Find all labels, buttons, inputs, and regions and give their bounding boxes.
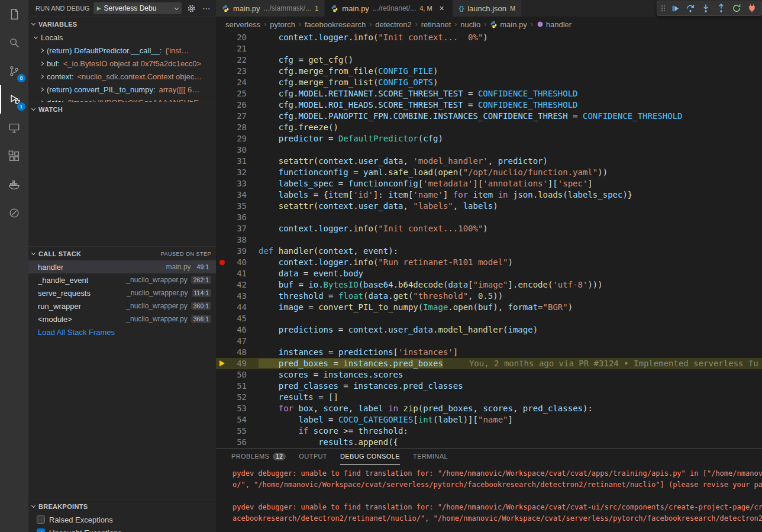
code-line[interactable]: 28 cfg.freeze() bbox=[216, 122, 762, 133]
glyph-margin[interactable] bbox=[216, 369, 229, 381]
code-line[interactable]: 56 results.append({ bbox=[216, 437, 762, 448]
step-out-button[interactable] bbox=[714, 1, 728, 15]
code-line[interactable]: 22 cfg = get_cfg() bbox=[216, 54, 762, 66]
activity-item-docker[interactable] bbox=[0, 170, 28, 199]
code-line[interactable]: 43 threshold = float(data.get("threshold… bbox=[216, 291, 762, 302]
checkbox[interactable]: ✓ bbox=[37, 528, 45, 532]
activity-item-debug[interactable]: 1 bbox=[0, 85, 28, 114]
code-line[interactable]: 21 bbox=[216, 43, 762, 54]
code-line[interactable]: 36 bbox=[216, 212, 762, 223]
glyph-margin[interactable] bbox=[216, 144, 229, 156]
code-line[interactable]: 33 labels_spec = functionconfig['metadat… bbox=[216, 178, 762, 189]
breadcrumb-item[interactable]: nuclio bbox=[460, 20, 480, 29]
code-line[interactable]: 53 for box, score, label in zip(pred_box… bbox=[216, 403, 762, 414]
breadcrumb-item[interactable]: serverless bbox=[225, 20, 260, 29]
code-line[interactable]: 39def handler(context, event): bbox=[216, 246, 762, 257]
editor-tab[interactable]: main.py.../siammask/...1 bbox=[216, 0, 325, 17]
glyph-margin[interactable] bbox=[216, 167, 229, 178]
stack-frame[interactable]: run_wrapper_nuclio_wrapper.py360:1 bbox=[28, 299, 216, 312]
glyph-margin[interactable] bbox=[216, 77, 229, 88]
code-line[interactable]: 24 cfg.merge_from_list(CONFIG_OPTS) bbox=[216, 77, 762, 88]
glyph-margin[interactable] bbox=[216, 291, 229, 302]
breadcrumb-item[interactable]: main.py bbox=[490, 20, 527, 29]
code-line[interactable]: 31 setattr(context.user_data, 'model_han… bbox=[216, 156, 762, 167]
breadcrumb-item[interactable]: facebookresearch bbox=[305, 20, 366, 29]
glyph-margin[interactable] bbox=[216, 403, 229, 414]
code-line[interactable]: 42 buf = io.BytesIO(base64.b64decode(dat… bbox=[216, 279, 762, 291]
code-line[interactable]: 47 bbox=[216, 336, 762, 347]
code-line[interactable]: 52 results = [] bbox=[216, 392, 762, 403]
glyph-margin[interactable] bbox=[216, 156, 229, 167]
glyph-margin[interactable] bbox=[216, 122, 229, 133]
glyph-margin[interactable] bbox=[216, 223, 229, 234]
glyph-margin[interactable] bbox=[216, 133, 229, 144]
glyph-margin[interactable] bbox=[216, 392, 229, 403]
scope-locals[interactable]: Locals bbox=[28, 31, 216, 44]
breakpoint-glyph[interactable] bbox=[216, 257, 229, 268]
stack-frame[interactable]: <module>_nuclio_wrapper.py366:1 bbox=[28, 312, 216, 325]
code-line[interactable]: 49 pred_boxes = instances.pred_boxesYou,… bbox=[216, 358, 762, 369]
panel-tab-terminal[interactable]: TERMINAL bbox=[413, 449, 448, 465]
glyph-margin[interactable] bbox=[216, 324, 229, 336]
drag-grip-icon[interactable] bbox=[660, 4, 667, 12]
glyph-margin[interactable] bbox=[216, 32, 229, 43]
glyph-margin[interactable] bbox=[216, 234, 229, 246]
code-line[interactable]: 51 pred_classes = instances.pred_classes bbox=[216, 381, 762, 392]
breadcrumb-item[interactable]: pytorch bbox=[270, 20, 295, 29]
editor-tab[interactable]: main.py.../retinanet/...4, M× bbox=[325, 0, 453, 17]
step-over-button[interactable] bbox=[683, 1, 698, 15]
current-frame-glyph[interactable] bbox=[216, 358, 229, 369]
code-line[interactable]: 55 if score >= threshold: bbox=[216, 425, 762, 437]
breakpoint-row[interactable]: Raised Exceptions bbox=[28, 513, 216, 526]
glyph-margin[interactable] bbox=[216, 425, 229, 437]
stack-frame[interactable]: serve_requests_nuclio_wrapper.py114:1 bbox=[28, 286, 216, 299]
activity-item-extensions[interactable] bbox=[0, 142, 28, 170]
stack-frame[interactable]: handlermain.py49:1 bbox=[28, 260, 216, 273]
code-line[interactable]: 27 cfg.MODEL.PANOPTIC_FPN.COMBINE.INSTAN… bbox=[216, 111, 762, 122]
glyph-margin[interactable] bbox=[216, 302, 229, 313]
code-editor[interactable]: 20 context.logger.info("Init context... … bbox=[216, 32, 762, 448]
activity-item-search[interactable] bbox=[0, 28, 28, 57]
code-line[interactable]: 32 functionconfig = yaml.safe_load(open(… bbox=[216, 167, 762, 178]
restart-button[interactable] bbox=[729, 1, 744, 15]
variable-row[interactable]: (return) DefaultPredictor.__call__:{'ins… bbox=[28, 44, 216, 57]
variable-row[interactable]: context:<nuclio_sdk.context.Context obje… bbox=[28, 70, 216, 83]
panel-tab-problems[interactable]: PROBLEMS12 bbox=[231, 449, 286, 465]
code-line[interactable]: 30 bbox=[216, 144, 762, 156]
breadcrumb-item[interactable]: handler bbox=[537, 20, 572, 29]
code-line[interactable]: 20 context.logger.info("Init context... … bbox=[216, 32, 762, 43]
code-line[interactable]: 41 data = event.body bbox=[216, 268, 762, 279]
code-line[interactable]: 45 bbox=[216, 313, 762, 324]
variable-row[interactable]: data:{'image': 'iVBORw0KGgoAAAANSUhE… bbox=[28, 96, 216, 102]
activity-item-status-circle[interactable] bbox=[0, 199, 28, 227]
code-line[interactable]: 34 labels = {item['id']: item['name'] fo… bbox=[216, 189, 762, 201]
breadcrumb-item[interactable]: detectron2 bbox=[375, 20, 411, 29]
panel-tab-debug-console[interactable]: DEBUG CONSOLE bbox=[340, 449, 400, 465]
code-line[interactable]: 29 predictor = DefaultPredictor(cfg) bbox=[216, 133, 762, 144]
launch-config-select[interactable]: ▶ Serverless Debu bbox=[93, 2, 182, 14]
activity-item-explorer[interactable] bbox=[0, 0, 28, 28]
glyph-margin[interactable] bbox=[216, 268, 229, 279]
glyph-margin[interactable] bbox=[216, 246, 229, 257]
activity-item-source-control[interactable]: 8 bbox=[0, 57, 28, 85]
editor-tab[interactable]: {}launch.jsonM bbox=[453, 0, 522, 17]
checkbox[interactable] bbox=[37, 515, 45, 524]
variables-section-header[interactable]: VARIABLES bbox=[28, 17, 216, 31]
more-actions-icon[interactable]: ⋯ bbox=[201, 2, 212, 14]
variable-row[interactable]: (return) convert_PIL_to_numpy:array([[[ … bbox=[28, 83, 216, 96]
breadcrumb-item[interactable]: retinanet bbox=[421, 20, 451, 29]
breakpoint-row[interactable]: ✓Uncaught Exceptions bbox=[28, 526, 216, 532]
code-line[interactable]: 48 instances = predictions['instances'] bbox=[216, 347, 762, 358]
code-line[interactable]: 25 cfg.MODEL.RETINANET.SCORE_THRESH_TEST… bbox=[216, 88, 762, 99]
code-line[interactable]: 23 cfg.merge_from_file(CONFIG_FILE) bbox=[216, 66, 762, 77]
glyph-margin[interactable] bbox=[216, 414, 229, 425]
glyph-margin[interactable] bbox=[216, 99, 229, 111]
glyph-margin[interactable] bbox=[216, 189, 229, 201]
code-line[interactable]: 38 bbox=[216, 234, 762, 246]
breakpoints-section-header[interactable]: BREAKPOINTS bbox=[28, 499, 216, 513]
glyph-margin[interactable] bbox=[216, 212, 229, 223]
code-line[interactable]: 37 context.logger.info("Init context...1… bbox=[216, 223, 762, 234]
panel-tab-output[interactable]: OUTPUT bbox=[299, 449, 327, 465]
glyph-margin[interactable] bbox=[216, 66, 229, 77]
disconnect-button[interactable] bbox=[745, 1, 759, 15]
